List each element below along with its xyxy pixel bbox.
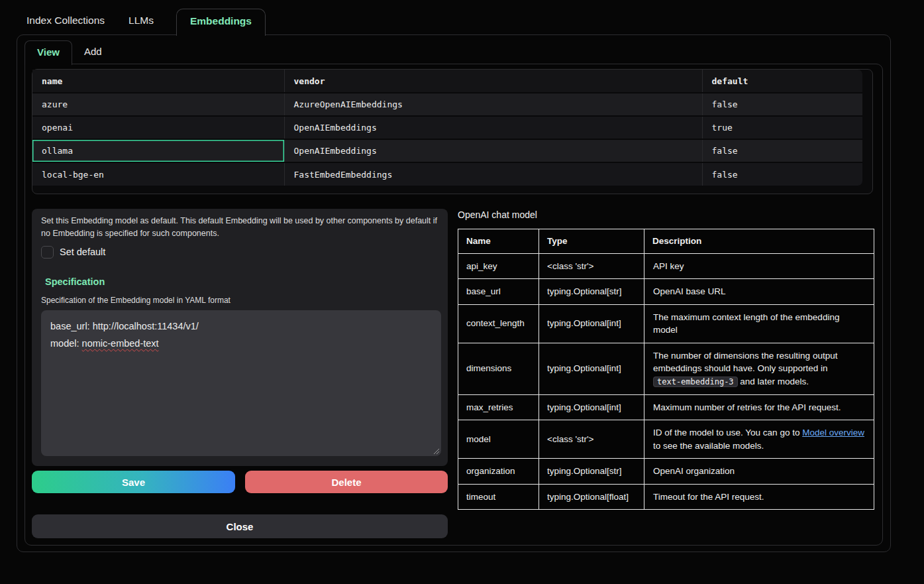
doc-cell-name: dimensions — [458, 343, 539, 394]
column-header-name: name — [32, 70, 284, 93]
doc-table-header-row: NameTypeDescription — [458, 229, 874, 254]
doc-row-organization: organizationtyping.Optional[str]OpenAI o… — [458, 459, 874, 485]
cell-name[interactable]: local-bge-en — [32, 162, 284, 186]
table-row-azure[interactable]: azureAzureOpenAIEmbeddingsfalse — [32, 93, 862, 116]
doc-cell-name: organization — [458, 459, 539, 485]
misspelled-word: nomic-embed-text — [82, 338, 159, 349]
doc-cell-name: context_length — [458, 304, 539, 343]
doc-row-context_length: context_lengthtyping.Optional[int]The ma… — [458, 304, 874, 343]
doc-title: OpenAI chat model — [458, 209, 874, 220]
doc-cell-type: typing.Optional[int] — [539, 343, 644, 394]
doc-cell-type: <class 'str'> — [539, 253, 644, 279]
cell-default[interactable]: false — [702, 139, 862, 162]
specification-heading: Specification — [45, 276, 438, 287]
description-text: The maximum context length of the embedd… — [653, 312, 839, 335]
column-header-default: default — [702, 70, 862, 93]
description-text: API key — [653, 261, 684, 271]
cell-default[interactable]: false — [702, 93, 862, 116]
set-default-help-text: Set this Embedding model as default. Thi… — [41, 215, 438, 240]
description-text: OpenAI base URL — [653, 286, 726, 296]
tab-llms[interactable]: LLMs — [127, 9, 155, 35]
close-button[interactable]: Close — [32, 514, 448, 538]
doc-table: NameTypeDescription api_key<class 'str'>… — [458, 229, 874, 510]
yaml-line-2: model: nomic-embed-text — [50, 335, 432, 353]
doc-column-header-name: Name — [458, 229, 539, 254]
main-tabbar: Index Collections LLMs Embeddings — [0, 0, 924, 35]
doc-row-dimensions: dimensionstyping.Optional[int]The number… — [458, 343, 874, 394]
doc-cell-description: ID of the model to use. You can go to Mo… — [644, 420, 874, 459]
doc-row-timeout: timeouttyping.Optional[float]Timeout for… — [458, 484, 874, 510]
set-default-label: Set default — [60, 247, 105, 257]
doc-cell-description: Maximum number of retries for the API re… — [644, 394, 874, 420]
description-text: and later models. — [738, 377, 809, 386]
doc-cell-description: API key — [644, 253, 874, 279]
resize-handle-icon[interactable] — [433, 447, 439, 454]
subtab-add[interactable]: Add — [72, 40, 114, 64]
cell-vendor[interactable]: OpenAIEmbeddings — [284, 116, 702, 139]
table-row-local-bge-en[interactable]: local-bge-enFastEmbedEmbeddingsfalse — [32, 162, 862, 186]
doc-cell-name: timeout — [458, 484, 539, 510]
doc-column-header-type: Type — [539, 229, 644, 254]
doc-row-model: model<class 'str'>ID of the model to use… — [458, 420, 874, 459]
set-default-row: Set default — [41, 246, 438, 259]
doc-table-body: api_key<class 'str'>API keybase_urltypin… — [458, 253, 874, 510]
yaml-spec-editor[interactable]: base_url: http://localhost:11434/v1/ mod… — [41, 310, 441, 456]
table-row-ollama[interactable]: ollamaOpenAIEmbeddingsfalse — [32, 139, 862, 162]
yaml-line-1: base_url: http://localhost:11434/v1/ — [50, 318, 432, 335]
view-panel: namevendordefault azureAzureOpenAIEmbedd… — [25, 64, 883, 546]
doc-cell-description: OpenAI organization — [644, 459, 874, 485]
doc-row-base_url: base_urltyping.Optional[str]OpenAI base … — [458, 279, 874, 305]
inline-code-chip: text-embedding-3 — [653, 377, 738, 387]
save-button[interactable]: Save — [32, 471, 235, 493]
table-row-openai[interactable]: openaiOpenAIEmbeddingstrue — [32, 116, 862, 139]
embeddings-panel: View Add namevendordefault azureAzureOpe… — [17, 34, 891, 552]
description-text: OpenAI organization — [653, 466, 735, 476]
column-header-vendor: vendor — [284, 70, 702, 93]
doc-cell-type: typing.Optional[float] — [539, 484, 644, 510]
description-text: Maximum number of retries for the API re… — [653, 402, 841, 412]
doc-cell-name: max_retries — [458, 394, 539, 420]
model-overview-link[interactable]: Model overview — [802, 428, 864, 438]
sub-tabbar: View Add — [25, 35, 114, 64]
cell-default[interactable]: false — [702, 162, 862, 186]
cell-name[interactable]: openai — [32, 116, 284, 139]
set-default-checkbox[interactable] — [41, 246, 54, 259]
doc-cell-description: Timeout for the API request. — [644, 484, 874, 510]
doc-cell-description: OpenAI base URL — [644, 279, 874, 305]
app-root: Index Collections LLMs Embeddings View A… — [0, 0, 924, 584]
description-text: Timeout for the API request. — [653, 492, 764, 502]
doc-cell-name: base_url — [458, 279, 539, 305]
embeddings-table-header-row: namevendordefault — [32, 70, 862, 93]
doc-cell-name: api_key — [458, 253, 539, 279]
doc-row-max_retries: max_retriestyping.Optional[int]Maximum n… — [458, 394, 874, 420]
delete-button[interactable]: Delete — [245, 471, 448, 493]
description-text: The number of dimensions the resulting o… — [653, 351, 837, 374]
doc-row-api_key: api_key<class 'str'>API key — [458, 253, 874, 279]
tab-embeddings[interactable]: Embeddings — [176, 9, 266, 36]
description-text: ID of the model to use. You can go to — [653, 428, 802, 438]
doc-cell-type: typing.Optional[int] — [539, 394, 644, 420]
cell-default[interactable]: true — [702, 116, 862, 139]
subtab-view[interactable]: View — [25, 40, 72, 65]
cell-vendor[interactable]: FastEmbedEmbeddings — [284, 162, 702, 186]
doc-cell-description: The number of dimensions the resulting o… — [644, 343, 874, 394]
embeddings-table-body: azureAzureOpenAIEmbeddingsfalseopenaiOpe… — [32, 93, 862, 186]
embedding-form-panel: Set this Embedding model as default. Thi… — [32, 209, 448, 466]
embeddings-table: namevendordefault azureAzureOpenAIEmbedd… — [32, 70, 862, 186]
doc-cell-type: typing.Optional[str] — [539, 459, 644, 485]
specification-help-text: Specification of the Embedding model in … — [41, 296, 438, 305]
cell-vendor[interactable]: AzureOpenAIEmbeddings — [284, 93, 702, 116]
cell-vendor[interactable]: OpenAIEmbeddings — [284, 139, 702, 162]
doc-column-header-description: Description — [644, 229, 874, 254]
doc-cell-type: typing.Optional[str] — [539, 279, 644, 305]
description-text: to see the available models. — [653, 441, 764, 451]
embeddings-table-container: namevendordefault azureAzureOpenAIEmbedd… — [32, 69, 873, 194]
cell-name[interactable]: azure — [32, 93, 284, 116]
doc-cell-type: typing.Optional[int] — [539, 304, 644, 343]
tab-index-collections[interactable]: Index Collections — [25, 9, 106, 35]
doc-cell-description: The maximum context length of the embedd… — [644, 304, 874, 343]
cell-name[interactable]: ollama — [32, 139, 284, 162]
doc-cell-name: model — [458, 420, 539, 459]
doc-cell-type: <class 'str'> — [539, 420, 644, 459]
doc-column: OpenAI chat model NameTypeDescription ap… — [458, 209, 874, 510]
